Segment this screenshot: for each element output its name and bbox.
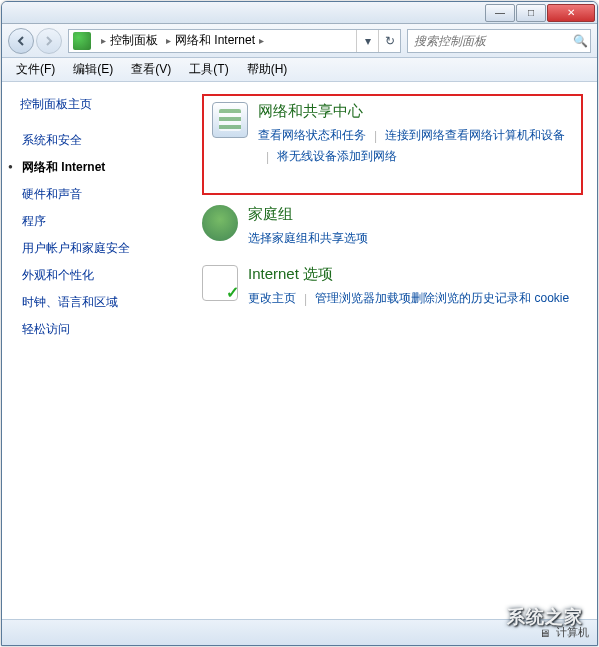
address-bar[interactable]: ▸ 控制面板 ▸ 网络和 Internet ▸ ▾ ↻ (68, 29, 401, 53)
back-button[interactable] (8, 28, 34, 54)
highlighted-section: 网络和共享中心 查看网络状态和任务 | 连接到网络 查看网络计算机和设备 | 将… (202, 94, 583, 195)
menubar: 文件(F) 编辑(E) 查看(V) 工具(T) 帮助(H) (2, 58, 597, 82)
internet-options-icon (202, 265, 238, 301)
link-view-network-status[interactable]: 查看网络状态和任务 (258, 125, 366, 146)
crumb-label: 控制面板 (110, 32, 158, 49)
forward-button[interactable] (36, 28, 62, 54)
arrow-left-icon (15, 35, 27, 47)
search-icon[interactable]: 🔍 (571, 34, 590, 48)
sidebar-item-ease-of-access[interactable]: 轻松访问 (20, 316, 188, 343)
body: 控制面板主页 系统和安全 网络和 Internet 硬件和声音 程序 用户帐户和… (2, 82, 597, 619)
computer-icon: 🖥 (539, 627, 550, 639)
sidebar-item-network-internet[interactable]: 网络和 Internet (20, 154, 188, 181)
breadcrumb-network-internet[interactable]: ▸ 网络和 Internet ▸ (160, 32, 270, 49)
network-sharing-icon (212, 102, 248, 138)
titlebar: — □ ✕ (2, 2, 597, 24)
link-add-wireless-device[interactable]: 将无线设备添加到网络 (277, 146, 397, 167)
arrow-right-icon (43, 35, 55, 47)
dropdown-button[interactable]: ▾ (356, 30, 378, 52)
sidebar-item-accounts-family[interactable]: 用户帐户和家庭安全 (20, 235, 188, 262)
sidebar: 控制面板主页 系统和安全 网络和 Internet 硬件和声音 程序 用户帐户和… (2, 82, 196, 619)
network-sharing-title[interactable]: 网络和共享中心 (258, 102, 573, 121)
link-connect-network[interactable]: 连接到网络 (385, 125, 445, 146)
search-input[interactable] (408, 34, 571, 48)
sidebar-home[interactable]: 控制面板主页 (20, 96, 188, 113)
homegroup-icon (202, 205, 238, 241)
chevron-right-icon: ▸ (255, 35, 268, 46)
menu-file[interactable]: 文件(F) (8, 59, 63, 80)
chevron-right-icon: ▸ (97, 35, 110, 46)
link-view-computers-devices[interactable]: 查看网络计算机和设备 (445, 125, 565, 146)
refresh-button[interactable]: ↻ (378, 30, 400, 52)
navbar: ▸ 控制面板 ▸ 网络和 Internet ▸ ▾ ↻ 🔍 (2, 24, 597, 58)
section-internet-options: Internet 选项 更改主页 | 管理浏览器加载项 删除浏览的历史记录和 c… (202, 265, 583, 309)
link-change-homepage[interactable]: 更改主页 (248, 288, 296, 309)
crumb-label: 网络和 Internet (175, 32, 255, 49)
internet-options-title[interactable]: Internet 选项 (248, 265, 583, 284)
sidebar-item-clock-language-region[interactable]: 时钟、语言和区域 (20, 289, 188, 316)
link-delete-history-cookies[interactable]: 删除浏览的历史记录和 cookie (411, 288, 569, 309)
sidebar-item-hardware-sound[interactable]: 硬件和声音 (20, 181, 188, 208)
breadcrumb-control-panel[interactable]: ▸ 控制面板 (95, 32, 160, 49)
sidebar-item-programs[interactable]: 程序 (20, 208, 188, 235)
search-box[interactable]: 🔍 (407, 29, 591, 53)
menu-help[interactable]: 帮助(H) (239, 59, 296, 80)
link-manage-addons[interactable]: 管理浏览器加载项 (315, 288, 411, 309)
homegroup-title[interactable]: 家庭组 (248, 205, 583, 224)
menu-tools[interactable]: 工具(T) (181, 59, 236, 80)
control-panel-icon (73, 32, 91, 50)
link-choose-homegroup[interactable]: 选择家庭组和共享选项 (248, 228, 368, 249)
window: — □ ✕ ▸ 控制面板 ▸ 网络和 Internet ▸ ▾ ↻ (1, 1, 598, 646)
content: 网络和共享中心 查看网络状态和任务 | 连接到网络 查看网络计算机和设备 | 将… (196, 82, 597, 619)
status-label: 计算机 (556, 625, 589, 640)
maximize-button[interactable]: □ (516, 4, 546, 22)
section-network-sharing: 网络和共享中心 查看网络状态和任务 | 连接到网络 查看网络计算机和设备 | 将… (212, 102, 573, 167)
menu-edit[interactable]: 编辑(E) (65, 59, 121, 80)
statusbar: 🖥 计算机 (2, 619, 597, 645)
close-button[interactable]: ✕ (547, 4, 595, 22)
section-homegroup: 家庭组 选择家庭组和共享选项 (202, 205, 583, 249)
sidebar-item-system-security[interactable]: 系统和安全 (20, 127, 188, 154)
chevron-right-icon: ▸ (162, 35, 175, 46)
sidebar-item-appearance[interactable]: 外观和个性化 (20, 262, 188, 289)
menu-view[interactable]: 查看(V) (123, 59, 179, 80)
minimize-button[interactable]: — (485, 4, 515, 22)
